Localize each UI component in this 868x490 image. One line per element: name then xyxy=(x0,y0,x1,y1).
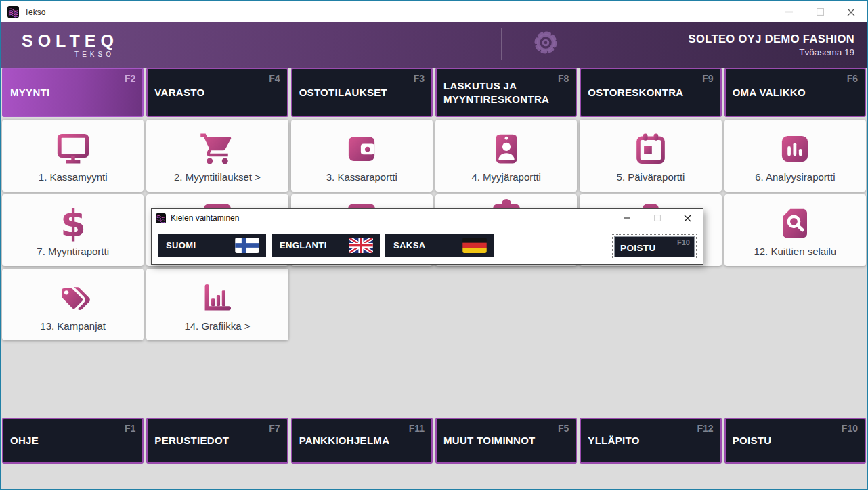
menu-label: LASKUTUS JA MYYNTIRESKONTRA xyxy=(443,79,550,106)
fkey-label: F1 xyxy=(125,423,135,434)
fkey-label: F4 xyxy=(269,73,280,84)
fkey-label: F6 xyxy=(847,73,858,84)
exit-label: POISTU xyxy=(620,243,656,253)
wallet-icon xyxy=(343,130,381,168)
fkey-label: F2 xyxy=(125,73,135,84)
company-name: SOLTEO OYJ DEMO FASHION xyxy=(689,32,854,45)
tile-label: 13. Kampanjat xyxy=(40,320,106,332)
germany-flag xyxy=(462,238,487,253)
top-menu: F2 MYYNTI F4 VARASTO F3 OSTOTILAUKSET F8… xyxy=(1,68,867,117)
svg-text:$: $ xyxy=(60,205,86,242)
header-settings-area xyxy=(501,28,590,60)
dialog-controls xyxy=(611,209,703,227)
tile-kassaraportti[interactable]: 3. Kassaraportti xyxy=(291,120,433,192)
tile-label: 2. Myyntitilaukset > xyxy=(174,171,261,183)
top-menu-item-laskutus[interactable]: F8 LASKUTUS JA MYYNTIRESKONTRA xyxy=(435,68,577,117)
language-label: SAKSA xyxy=(393,240,426,250)
tile-myyntitilaukset[interactable]: 2. Myyntitilaukset > xyxy=(146,120,288,192)
tile-paivaraportti[interactable]: 5. Päiväraportti xyxy=(580,120,721,192)
bottom-menu-item-ohje[interactable]: F1 OHJE xyxy=(2,418,144,464)
tekso-app-icon xyxy=(156,213,166,223)
dialog-titlebar: Kielen vaihtaminen xyxy=(152,209,703,227)
menu-label: MYYNTI xyxy=(10,85,116,99)
fkey-label: F12 xyxy=(697,423,714,434)
bottom-menu-item-poistu[interactable]: F10 POISTU xyxy=(724,418,866,464)
uk-flag xyxy=(349,238,373,253)
fkey-label: F10 xyxy=(842,423,858,434)
os-titlebar: Tekso xyxy=(1,1,867,22)
bottom-menu-item-perustiedot[interactable]: F7 PERUSTIEDOT xyxy=(146,418,288,464)
menu-label: YLLÄPITO xyxy=(588,434,694,447)
menu-label: OHJE xyxy=(10,434,116,447)
tile-label: 12. Kuittien selailu xyxy=(754,246,836,257)
fkey-label: F8 xyxy=(558,73,569,84)
dialog-minimize-icon[interactable] xyxy=(611,209,642,227)
language-button-englanti[interactable]: ENGLANTI xyxy=(272,234,380,257)
cart-icon xyxy=(198,130,236,168)
fkey-label: F7 xyxy=(269,423,280,434)
empty-cell xyxy=(580,269,721,340)
main-area: F2 MYYNTI F4 VARASTO F3 OSTOTILAUKSET F8… xyxy=(1,68,867,489)
menu-label: OMA VALIKKO xyxy=(733,85,839,99)
app-header: SOLTEQ TEKSO SOLTEO OYJ DEMO FASHION Tvö… xyxy=(1,22,867,68)
tile-label: 3. Kassaraportti xyxy=(326,171,397,183)
bar-chart-icon xyxy=(198,279,236,317)
top-menu-item-varasto[interactable]: F4 VARASTO xyxy=(146,68,288,117)
brand-product: TEKSO xyxy=(22,51,118,58)
tile-grafiikka[interactable]: 14. Grafiikka > xyxy=(146,269,288,340)
fkey-label: F11 xyxy=(409,423,425,434)
top-menu-item-ostotilaukset[interactable]: F3 OSTOTILAUKSET xyxy=(291,68,433,117)
dialog-exit-button[interactable]: F10 POISTU xyxy=(614,236,695,257)
top-menu-item-oma-valikko[interactable]: F6 OMA VALIKKO xyxy=(724,68,866,117)
window-controls xyxy=(773,1,867,22)
language-button-suomi[interactable]: SUOMI xyxy=(158,234,266,257)
bottom-menu-item-yllapito[interactable]: F12 YLLÄPITO xyxy=(580,418,721,464)
menu-label: PANKKIOHJELMA xyxy=(299,434,406,447)
tile-analyysiraportti[interactable]: 6. Analyysiraportti xyxy=(724,120,866,192)
dialog-body: SUOMI ENGLANTI xyxy=(152,227,703,264)
empty-cell xyxy=(435,269,577,340)
tile-row-3: 13. Kampanjat 14. Grafiikka > xyxy=(1,269,867,340)
tile-label: 7. Myyntiraportti xyxy=(37,246,109,257)
gear-icon[interactable] xyxy=(532,29,559,59)
window-title: Tekso xyxy=(24,7,45,17)
calendar-icon xyxy=(632,130,670,168)
close-icon[interactable] xyxy=(836,1,867,22)
brand-name: SOLTEQ xyxy=(22,32,118,49)
language-dialog: Kielen vaihtaminen SUOMI xyxy=(151,208,703,265)
chart-square-icon xyxy=(776,130,814,168)
dialog-title: Kielen vaihtaminen xyxy=(171,213,239,223)
fkey-label: F10 xyxy=(677,238,690,246)
bottom-menu-item-muut-toiminnot[interactable]: F5 MUUT TOIMINNOT xyxy=(435,418,577,464)
fkey-label: F5 xyxy=(558,423,569,434)
language-label: SUOMI xyxy=(166,240,196,250)
tile-kassamyynti[interactable]: 1. Kassamyynti xyxy=(2,120,144,192)
tile-label: 6. Analyysiraportti xyxy=(755,171,835,183)
header-session-info: SOLTEO OYJ DEMO FASHION Tvöasema 19 xyxy=(689,32,854,58)
dialog-close-icon[interactable] xyxy=(672,209,703,227)
menu-label: PERUSTIEDOT xyxy=(154,434,261,447)
tile-kampanjat[interactable]: 13. Kampanjat xyxy=(2,269,144,340)
finland-flag xyxy=(235,238,259,253)
workstation-label: Tvöasema 19 xyxy=(689,47,854,58)
tags-icon xyxy=(54,279,92,317)
tile-label: 1. Kassamyynti xyxy=(39,171,108,183)
dollar-icon: $ xyxy=(54,204,92,242)
minimize-icon[interactable] xyxy=(773,1,804,22)
empty-cell xyxy=(724,269,866,340)
dialog-maximize-icon[interactable] xyxy=(642,209,672,227)
tile-myyntiraportti[interactable]: $ 7. Myyntiraportti xyxy=(2,194,144,266)
dialog-exit-focus-ring: F10 POISTU xyxy=(612,234,697,259)
top-menu-item-myynti[interactable]: F2 MYYNTI xyxy=(2,68,144,117)
bottom-menu-item-pankkiohjelma[interactable]: F11 PANKKIOHJELMA xyxy=(291,418,433,464)
tile-myyjaraportti[interactable]: 4. Myyjäraportti xyxy=(435,120,577,192)
language-label: ENGLANTI xyxy=(280,240,327,250)
top-menu-item-ostoreskontra[interactable]: F9 OSTORESKONTRA xyxy=(580,68,721,117)
language-button-saksa[interactable]: SAKSA xyxy=(385,234,494,257)
document-search-icon xyxy=(776,204,814,242)
maximize-icon[interactable] xyxy=(804,1,836,22)
tile-kuittien-selailu[interactable]: 12. Kuittien selailu xyxy=(724,194,866,266)
menu-label: POISTU xyxy=(733,434,839,447)
menu-label: OSTORESKONTRA xyxy=(588,85,694,99)
menu-label: VARASTO xyxy=(154,85,261,99)
